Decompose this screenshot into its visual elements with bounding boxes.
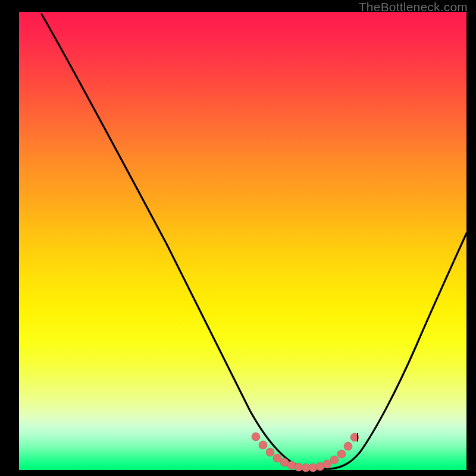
plot-area [19, 12, 466, 470]
chart-frame: TheBottleneck.com [0, 0, 476, 476]
watermark-text: TheBottleneck.com [359, 0, 468, 14]
